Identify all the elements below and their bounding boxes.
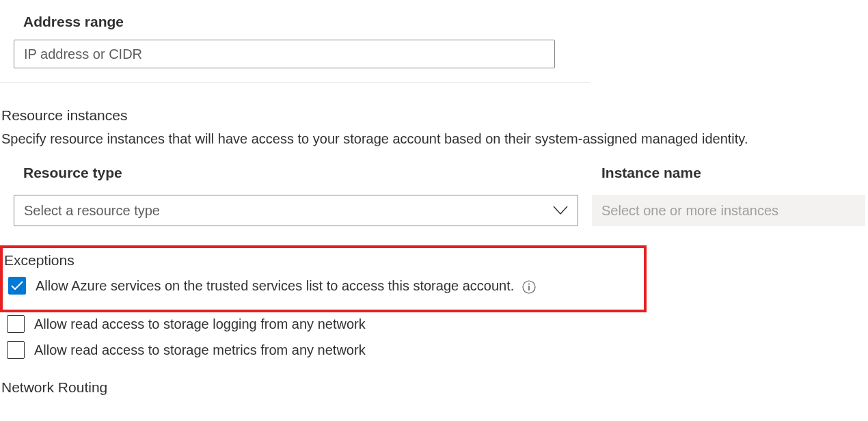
- address-range-input[interactable]: [14, 40, 555, 68]
- resource-type-header: Resource type: [23, 165, 588, 181]
- instance-name-placeholder: Select one or more instances: [601, 203, 778, 219]
- instance-name-column: Instance name Select one or more instanc…: [601, 165, 868, 226]
- exceptions-highlight-box: Exceptions Allow Azure services on the t…: [0, 245, 647, 312]
- exception-label-trusted-services: Allow Azure services on the trusted serv…: [36, 277, 536, 295]
- exception-label-storage-metrics: Allow read access to storage metrics fro…: [34, 341, 366, 359]
- resource-type-placeholder: Select a resource type: [24, 203, 160, 219]
- exception-row-trusted-services: Allow Azure services on the trusted serv…: [8, 277, 644, 295]
- svg-rect-2: [528, 286, 530, 290]
- exception-checkbox-trusted-services[interactable]: [8, 277, 26, 295]
- instance-name-header: Instance name: [601, 165, 868, 181]
- resource-type-select[interactable]: Select a resource type: [14, 195, 578, 226]
- exception-row-storage-metrics: Allow read access to storage metrics fro…: [0, 341, 868, 359]
- address-range-title: Address range: [0, 0, 868, 36]
- resource-instances-heading: Resource instances: [0, 102, 868, 126]
- exception-label-storage-logging: Allow read access to storage logging fro…: [34, 315, 366, 333]
- checkmark-icon: [11, 281, 23, 290]
- exceptions-heading: Exceptions: [4, 252, 644, 269]
- exception-checkbox-storage-metrics[interactable]: [7, 341, 25, 359]
- info-icon[interactable]: [522, 280, 536, 294]
- resource-instances-description: Specify resource instances that will hav…: [0, 126, 868, 148]
- exception-checkbox-storage-logging[interactable]: [7, 315, 25, 333]
- address-range-input-wrap: [0, 36, 868, 82]
- resource-instances-section: Resource instances Specify resource inst…: [0, 102, 868, 226]
- exception-row-storage-logging: Allow read access to storage logging fro…: [0, 315, 868, 333]
- resource-type-column: Resource type Select a resource type: [23, 165, 588, 226]
- network-routing-heading: Network Routing: [0, 367, 868, 396]
- resource-instances-columns: Resource type Select a resource type Ins…: [0, 148, 868, 226]
- chevron-down-icon: [553, 206, 568, 215]
- svg-point-1: [528, 283, 530, 284]
- section-divider: [0, 82, 591, 83]
- address-range-section: Address range: [0, 0, 868, 83]
- instance-name-select: Select one or more instances: [592, 195, 865, 226]
